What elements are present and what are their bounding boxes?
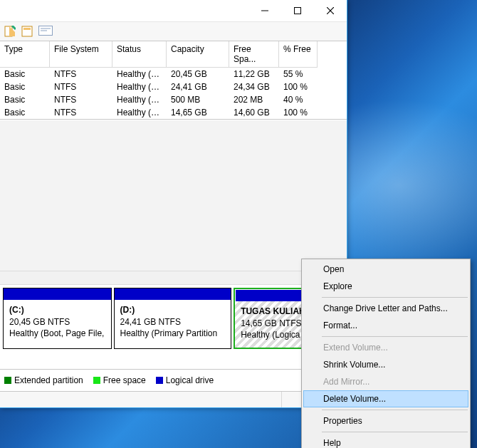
menu-separator bbox=[322, 336, 468, 337]
scroll-right-hint[interactable] bbox=[0, 271, 347, 285]
volume-d-title: (D:) bbox=[120, 305, 135, 315]
svg-line-3 bbox=[327, 7, 334, 14]
disk-management-window: Type File System Status Capacity Free Sp… bbox=[0, 0, 347, 408]
col-capacity[interactable]: Capacity bbox=[167, 41, 229, 68]
toolbar bbox=[0, 22, 347, 41]
svg-rect-1 bbox=[295, 8, 301, 14]
col-status[interactable]: Status bbox=[112, 41, 167, 68]
menu-change-letter[interactable]: Change Drive Letter and Paths... bbox=[303, 300, 468, 317]
volume-list: Type File System Status Capacity Free Sp… bbox=[0, 41, 347, 120]
legend-freespace: Free space bbox=[93, 375, 146, 385]
status-bar bbox=[0, 392, 347, 407]
maximize-button[interactable] bbox=[281, 0, 314, 21]
volume-c[interactable]: (C:) 20,45 GB NTFS Healthy (Boot, Page F… bbox=[3, 288, 112, 349]
legend-logical: Logical drive bbox=[156, 375, 214, 385]
menu-shrink-volume[interactable]: Shrink Volume... bbox=[303, 356, 468, 373]
volume-c-size: 20,45 GB NTFS bbox=[9, 317, 70, 327]
context-menu: Open Explore Change Drive Letter and Pat… bbox=[301, 259, 471, 448]
table-row[interactable]: BasicNTFSHealthy (S...500 MB202 MB40 % bbox=[0, 93, 347, 106]
disk-diagram: (C:) 20,45 GB NTFS Healthy (Boot, Page F… bbox=[0, 285, 347, 352]
table-row[interactable]: BasicNTFSHealthy (P...24,41 GB24,34 GB10… bbox=[0, 80, 347, 93]
swatch-freespace bbox=[93, 377, 100, 384]
minimize-button[interactable] bbox=[248, 0, 281, 21]
menu-separator bbox=[322, 410, 468, 410]
menu-extend-volume: Extend Volume... bbox=[303, 339, 468, 356]
col-filesystem[interactable]: File System bbox=[50, 41, 112, 68]
menu-help[interactable]: Help bbox=[303, 434, 468, 448]
swatch-extended bbox=[4, 377, 11, 384]
volume-d-status: Healthy (Primary Partition bbox=[120, 328, 218, 338]
empty-space bbox=[0, 120, 347, 271]
menu-open[interactable]: Open bbox=[303, 261, 468, 278]
col-pctfree[interactable]: % Free bbox=[279, 41, 318, 68]
volume-d[interactable]: (D:) 24,41 GB NTFS Healthy (Primary Part… bbox=[114, 288, 232, 349]
volume-c-status: Healthy (Boot, Page File, bbox=[9, 328, 104, 338]
table-row[interactable]: BasicNTFSHealthy (B...20,45 GB11,22 GB55… bbox=[0, 68, 347, 80]
col-type[interactable]: Type bbox=[0, 41, 50, 68]
menu-properties[interactable]: Properties bbox=[303, 412, 468, 429]
swatch-logical bbox=[156, 377, 163, 384]
volume-c-title: (C:) bbox=[9, 305, 24, 315]
volume-selected-size: 14,65 GB NTFS bbox=[241, 318, 301, 328]
menu-separator bbox=[322, 297, 468, 298]
menu-format[interactable]: Format... bbox=[303, 317, 468, 334]
volume-d-size: 24,41 GB NTFS bbox=[120, 317, 181, 327]
menu-separator bbox=[322, 432, 468, 432]
svg-line-2 bbox=[327, 7, 334, 14]
menu-delete-volume[interactable]: Delete Volume... bbox=[303, 390, 468, 407]
col-freespace[interactable]: Free Spa... bbox=[229, 41, 279, 68]
menu-add-mirror: Add Mirror... bbox=[303, 373, 468, 390]
toolbar-icon-2[interactable] bbox=[21, 26, 33, 37]
volume-list-header: Type File System Status Capacity Free Sp… bbox=[0, 41, 347, 68]
menu-explore[interactable]: Explore bbox=[303, 278, 468, 295]
volume-selected-title: TUGAS KULIAH bbox=[241, 306, 305, 316]
titlebar bbox=[0, 0, 347, 22]
volume-selected-status: Healthy (Logica bbox=[241, 330, 300, 340]
legend: Extended partition Free space Logical dr… bbox=[0, 369, 347, 392]
close-button[interactable] bbox=[314, 0, 347, 21]
toolbar-icon-1[interactable] bbox=[4, 26, 16, 37]
legend-extended: Extended partition bbox=[4, 375, 83, 385]
svg-rect-6 bbox=[23, 28, 31, 30]
toolbar-icon-3[interactable] bbox=[38, 26, 50, 37]
table-row[interactable]: BasicNTFSHealthy (L...14,65 GB14,60 GB10… bbox=[0, 106, 347, 119]
